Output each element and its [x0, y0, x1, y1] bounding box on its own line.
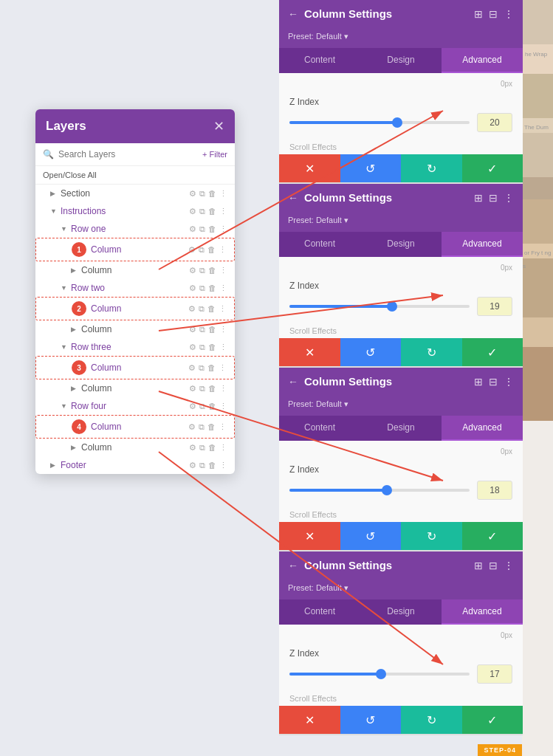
delete-icon[interactable]: 🗑: [208, 207, 216, 216]
settings-icon[interactable]: ⚙: [189, 189, 196, 199]
open-close-all[interactable]: Open/Close All: [35, 166, 235, 185]
more-options-icon[interactable]: ⋮: [504, 192, 514, 204]
z-slider-thumb[interactable]: [387, 301, 397, 312]
tab-design-3[interactable]: Design: [360, 416, 442, 441]
settings-icon[interactable]: ⚙: [189, 266, 196, 275]
duplicate-icon[interactable]: ⧉: [199, 443, 205, 453]
z-slider-thumb[interactable]: [382, 485, 392, 495]
layer-item-column-1b[interactable]: ▶ Column ⚙ ⧉ 🗑 ⋮: [35, 261, 235, 279]
maximize-icon[interactable]: ⊞: [474, 560, 483, 571]
layer-item-row-two[interactable]: ▼ Row two ⚙ ⧉ 🗑 ⋮: [35, 279, 235, 297]
undo-button-1[interactable]: ↺: [340, 154, 402, 182]
search-input[interactable]: [58, 149, 198, 159]
duplicate-icon[interactable]: ⧉: [199, 325, 205, 334]
back-arrow-icon[interactable]: ←: [288, 8, 298, 20]
settings-icon[interactable]: ⚙: [189, 384, 196, 394]
grid-icon[interactable]: ⊟: [489, 560, 498, 571]
layer-item-column-3b[interactable]: ▶ Column ⚙ ⧉ 🗑 ⋮: [35, 379, 235, 397]
delete-icon[interactable]: 🗑: [208, 443, 216, 452]
duplicate-icon[interactable]: ⧉: [199, 384, 205, 394]
panel-4-preset[interactable]: Preset: Default ▾: [279, 579, 523, 599]
settings-icon[interactable]: ⚙: [188, 422, 196, 432]
settings-icon[interactable]: ⚙: [188, 304, 196, 314]
more-icon[interactable]: ⋮: [219, 284, 227, 293]
z-value-box-4[interactable]: 17: [477, 664, 512, 684]
layer-item-row-four[interactable]: ▼ Row four ⚙ ⧉ 🗑 ⋮: [35, 397, 235, 415]
duplicate-icon[interactable]: ⧉: [199, 461, 205, 470]
more-icon[interactable]: ⋮: [219, 384, 227, 394]
more-icon[interactable]: ⋮: [219, 343, 227, 352]
tab-content-3[interactable]: Content: [279, 416, 360, 441]
undo-button-3[interactable]: ↺: [340, 522, 402, 550]
z-value-box-1[interactable]: 20: [477, 113, 512, 132]
delete-icon[interactable]: 🗑: [208, 384, 216, 393]
maximize-icon[interactable]: ⊞: [474, 376, 483, 388]
tab-content-2[interactable]: Content: [279, 232, 360, 257]
more-icon[interactable]: ⋮: [219, 207, 227, 216]
more-options-icon[interactable]: ⋮: [504, 560, 514, 571]
delete-icon[interactable]: 🗑: [207, 363, 216, 372]
cancel-button-3[interactable]: ✕: [279, 522, 340, 550]
undo-button-2[interactable]: ↺: [340, 338, 402, 366]
duplicate-icon[interactable]: ⧉: [199, 363, 205, 373]
more-options-icon[interactable]: ⋮: [504, 8, 514, 20]
more-icon[interactable]: ⋮: [219, 266, 227, 275]
z-slider-thumb[interactable]: [376, 669, 386, 679]
delete-icon[interactable]: 🗑: [208, 284, 216, 292]
tab-advanced-2[interactable]: Advanced: [442, 232, 523, 257]
delete-icon[interactable]: 🗑: [208, 325, 216, 334]
redo-button-1[interactable]: ↻: [401, 154, 462, 182]
settings-icon[interactable]: ⚙: [189, 343, 196, 352]
filter-button[interactable]: + Filter: [202, 150, 227, 159]
layers-close-icon[interactable]: ✕: [213, 118, 224, 134]
delete-icon[interactable]: 🗑: [207, 245, 216, 254]
more-icon[interactable]: ⋮: [219, 402, 227, 411]
duplicate-icon[interactable]: ⧉: [199, 284, 205, 293]
settings-icon[interactable]: ⚙: [189, 402, 196, 411]
z-value-box-2[interactable]: 19: [477, 297, 512, 316]
back-arrow-icon[interactable]: ←: [288, 376, 298, 388]
z-slider-1[interactable]: [289, 121, 470, 124]
redo-button-2[interactable]: ↻: [401, 338, 462, 366]
more-options-icon[interactable]: ⋮: [504, 376, 514, 388]
panel-1-preset[interactable]: Preset: Default ▾: [279, 27, 523, 48]
save-button-4[interactable]: ✓: [462, 706, 523, 734]
settings-icon[interactable]: ⚙: [189, 443, 196, 453]
delete-icon[interactable]: 🗑: [208, 224, 216, 233]
delete-icon[interactable]: 🗑: [208, 343, 216, 351]
duplicate-icon[interactable]: ⧉: [199, 224, 205, 234]
grid-icon[interactable]: ⊟: [489, 192, 498, 204]
settings-icon[interactable]: ⚙: [189, 224, 196, 234]
more-icon[interactable]: ⋮: [219, 325, 227, 334]
redo-button-4[interactable]: ↻: [401, 706, 462, 734]
delete-icon[interactable]: 🗑: [207, 422, 216, 431]
more-icon[interactable]: ⋮: [219, 422, 227, 432]
settings-icon[interactable]: ⚙: [189, 207, 196, 216]
more-icon[interactable]: ⋮: [219, 363, 227, 373]
layer-item-column-2[interactable]: 2 Column ⚙ ⧉ 🗑 ⋮: [35, 297, 235, 320]
cancel-button-4[interactable]: ✕: [279, 706, 340, 734]
more-icon[interactable]: ⋮: [219, 304, 227, 314]
cancel-button-1[interactable]: ✕: [279, 154, 340, 182]
tab-content-1[interactable]: Content: [279, 48, 360, 73]
more-icon[interactable]: ⋮: [219, 224, 227, 234]
tab-advanced-4[interactable]: Advanced: [442, 599, 523, 625]
panel-2-preset[interactable]: Preset: Default ▾: [279, 211, 523, 232]
layer-item-column-1[interactable]: 1 Column ⚙ ⧉ 🗑 ⋮: [35, 238, 235, 261]
maximize-icon[interactable]: ⊞: [474, 8, 483, 20]
undo-button-4[interactable]: ↺: [340, 706, 402, 734]
settings-icon[interactable]: ⚙: [189, 461, 196, 470]
tab-advanced-3[interactable]: Advanced: [442, 416, 523, 441]
settings-icon[interactable]: ⚙: [189, 284, 196, 293]
z-value-box-3[interactable]: 18: [477, 481, 512, 500]
layer-item-row-one[interactable]: ▼ Row one ⚙ ⧉ 🗑 ⋮: [35, 220, 235, 238]
settings-icon[interactable]: ⚙: [189, 325, 196, 334]
duplicate-icon[interactable]: ⧉: [199, 343, 205, 352]
back-arrow-icon[interactable]: ←: [288, 192, 298, 204]
delete-icon[interactable]: 🗑: [208, 461, 216, 470]
tab-design-2[interactable]: Design: [360, 232, 442, 257]
save-button-1[interactable]: ✓: [462, 154, 523, 182]
layer-item-row-three[interactable]: ▼ Row three ⚙ ⧉ 🗑 ⋮: [35, 338, 235, 356]
z-slider-2[interactable]: [289, 305, 470, 308]
save-button-3[interactable]: ✓: [462, 522, 523, 550]
